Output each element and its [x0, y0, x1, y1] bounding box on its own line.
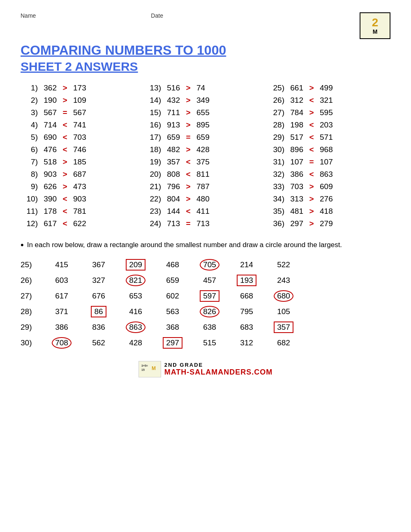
comp-v1: 661: [284, 83, 306, 93]
comp-label: 12): [21, 219, 38, 228]
comp-op: >: [59, 96, 71, 105]
comp-label: 18): [144, 145, 161, 154]
comp-v1: 432: [161, 96, 182, 105]
comp-op: >: [182, 96, 194, 105]
comp-row: 29) 517 < 571: [267, 131, 390, 143]
footer: 3+5= 15 M 2ND GRADE MATH-SALAMANDERS.COM: [21, 361, 390, 377]
comp-op: <: [306, 170, 317, 179]
comp-row: 18) 482 > 428: [144, 143, 267, 156]
comp-v2: 609: [317, 182, 339, 191]
comp-v2: 781: [71, 207, 92, 216]
num-cell: 682: [265, 338, 302, 347]
comp-v2: 74: [194, 83, 215, 93]
comp-v1: 711: [161, 108, 182, 117]
num-cell: 312: [228, 338, 265, 347]
comp-label: 10): [21, 194, 38, 204]
comp-v2: 411: [194, 207, 215, 216]
comp-v1: 107: [284, 157, 306, 167]
number-row: 25)415367209468705214522: [21, 259, 390, 271]
comp-row: 35) 481 > 418: [267, 205, 390, 217]
comp-label: 14): [144, 96, 161, 105]
page-title: COMPARING NUMBERS TO 1000: [21, 42, 390, 58]
comp-v2: 375: [194, 157, 215, 167]
logo-box: 2 M: [360, 12, 390, 39]
comp-v1: 144: [161, 207, 182, 216]
comp-v2: 418: [317, 207, 339, 216]
comp-row: 22) 804 > 480: [144, 193, 267, 205]
comp-v2: 279: [317, 219, 339, 228]
comp-v1: 896: [284, 145, 306, 154]
num-cell: 795: [228, 307, 265, 316]
comp-row: 1) 362 > 173: [21, 82, 144, 94]
comp-label: 13): [144, 83, 161, 93]
row-label: 26): [21, 276, 43, 285]
boxed-number: 193: [237, 275, 256, 286]
comp-v2: 787: [194, 182, 215, 191]
comp-v1: 784: [284, 108, 306, 117]
footer-text: 2ND GRADE MATH-SALAMANDERS.COM: [164, 362, 273, 377]
name-date: Name Date: [21, 12, 163, 19]
comp-op: =: [182, 133, 194, 142]
comp-v2: 703: [71, 133, 92, 142]
circled-number: 863: [126, 322, 145, 333]
boxed-number: 597: [200, 290, 219, 302]
comp-v1: 312: [284, 96, 306, 105]
num-cell: 617: [43, 291, 80, 301]
comp-op: =: [182, 219, 194, 228]
comp-label: 29): [267, 133, 284, 142]
comp-row: 25) 661 > 499: [267, 82, 390, 94]
comp-v1: 190: [38, 96, 59, 105]
comp-label: 30): [267, 145, 284, 154]
comparison-section: 1) 362 > 173 13) 516 > 74 25) 661 > 499 …: [21, 82, 390, 230]
comp-row: 28) 198 < 203: [267, 119, 390, 131]
comp-v1: 626: [38, 182, 59, 191]
comp-op: >: [306, 182, 317, 191]
comp-row: 5) 690 < 703: [21, 131, 144, 143]
comp-op: <: [59, 219, 71, 228]
comp-v1: 517: [284, 133, 306, 142]
row-label: 29): [21, 323, 43, 332]
num-cell: 371: [43, 307, 80, 316]
row-label: 30): [21, 338, 43, 347]
num-cell: 209: [117, 259, 154, 271]
boxed-number: 297: [163, 337, 182, 349]
comp-v1: 518: [38, 157, 59, 167]
comp-row: 34) 313 > 276: [267, 193, 390, 205]
comp-op: >: [182, 194, 194, 204]
comp-op: >: [182, 108, 194, 117]
comp-label: 24): [144, 219, 161, 228]
comp-op: >: [306, 108, 317, 117]
comp-op: <: [59, 207, 71, 216]
num-cell: 105: [265, 307, 302, 316]
comp-v2: 321: [317, 96, 339, 105]
comp-v2: 109: [71, 96, 92, 105]
comp-label: 15): [144, 108, 161, 117]
comp-v1: 357: [161, 157, 182, 167]
comp-label: 26): [267, 96, 284, 105]
num-cell: 522: [265, 260, 302, 269]
footer-logo-img: 3+5= 15 M: [139, 361, 161, 377]
num-cell: 357: [265, 322, 302, 333]
comp-v2: 185: [71, 157, 92, 167]
num-cell: 457: [191, 276, 228, 285]
comp-row: 20) 808 < 811: [144, 168, 267, 180]
name-label: Name: [21, 12, 36, 19]
comp-op: <: [306, 145, 317, 154]
number-rows-section: 25)41536720946870521452226)6033278216594…: [21, 259, 390, 349]
comp-row: 27) 784 > 595: [267, 106, 390, 119]
boxed-number: 209: [126, 259, 145, 271]
comp-op: =: [59, 108, 71, 117]
comp-v2: 499: [317, 83, 339, 93]
comp-op: >: [306, 194, 317, 204]
comp-op: <: [59, 194, 71, 204]
comp-row: 13) 516 > 74: [144, 82, 267, 94]
num-cell: 659: [154, 276, 191, 285]
comp-label: 20): [144, 170, 161, 179]
comp-row: 26) 312 < 321: [267, 94, 390, 106]
row-label: 27): [21, 291, 43, 301]
number-row: 29)386836863368638683357: [21, 322, 390, 333]
footer-site: MATH-SALAMANDERS.COM: [164, 368, 273, 377]
comp-v1: 516: [161, 83, 182, 93]
comp-v1: 178: [38, 207, 59, 216]
bullet-symbol: •: [21, 240, 24, 250]
